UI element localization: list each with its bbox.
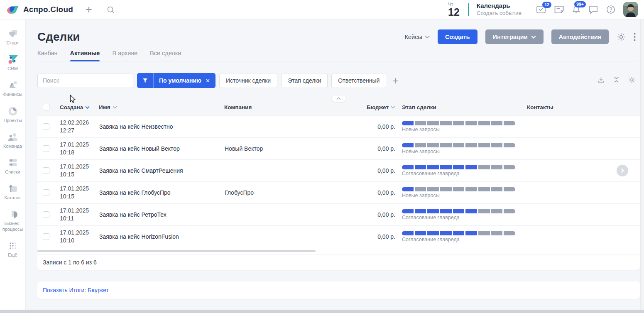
vertical-scrollbar-track[interactable]	[640, 20, 644, 310]
table-settings-gear-icon[interactable]	[628, 76, 636, 86]
column-header-budget[interactable]: Бюджет	[360, 104, 395, 110]
table-row[interactable]: 12.02.2026 12:27 Завяка на кейс Неизвест…	[37, 115, 640, 137]
collapse-rows-icon[interactable]	[613, 76, 620, 85]
stage-bar[interactable]	[402, 231, 515, 235]
stage-segment	[491, 165, 503, 169]
collapse-table-button[interactable]	[331, 95, 346, 102]
stage-label: Новые запросы	[402, 149, 440, 154]
stage-segment	[478, 143, 490, 147]
filter-funnel-icon[interactable]	[137, 73, 154, 88]
tab-kanban[interactable]: Канбан	[37, 50, 58, 61]
stage-bar[interactable]	[402, 187, 515, 191]
calendar-shortcut[interactable]: Календарь Создать событие	[477, 2, 522, 17]
horizontal-scrollbar-thumb[interactable]	[37, 250, 316, 252]
budget: 0,00 р.	[360, 233, 395, 240]
sidebar-item-label: Проекты	[3, 118, 22, 123]
search-icon[interactable]	[106, 5, 115, 14]
user-avatar[interactable]	[623, 2, 638, 17]
row-date: 12.02.2026	[60, 119, 89, 127]
stage-segment	[504, 231, 515, 235]
filter-chip-source[interactable]: Источник сделки	[219, 73, 277, 88]
integrations-button[interactable]: Интеграции	[485, 29, 544, 44]
deal-name[interactable]: Заявка на кейс Новый Вектор	[99, 145, 224, 152]
sidebar-item-team[interactable]: Команда	[0, 132, 25, 149]
quick-add-icon[interactable]: +	[86, 4, 92, 15]
company: Новый Вектор	[224, 145, 360, 152]
create-button[interactable]: Создать	[438, 29, 477, 44]
table-row[interactable]: 17.01.2025 10:15 Заявка на кейс СмартРеш…	[37, 159, 640, 181]
sidebar-item-start[interactable]: Старт	[0, 29, 25, 46]
scroll-right-button[interactable]	[617, 165, 628, 176]
sidebar-item-crm[interactable]: CRM	[0, 54, 25, 71]
stage-label: Новые запросы	[402, 127, 440, 132]
stage-segment	[478, 187, 490, 191]
company: ГлобусПро	[224, 189, 360, 196]
sidebar-item-finance[interactable]: Финансы	[0, 80, 25, 97]
clear-filter-icon[interactable]: ✕	[206, 78, 215, 84]
tab-archive[interactable]: В архиве	[112, 50, 137, 61]
case-selector-dropdown[interactable]: Кейсы	[405, 34, 430, 40]
today-date[interactable]: Чт 12	[448, 2, 460, 17]
column-label: Контакты	[527, 104, 553, 110]
table-row[interactable]: 17.01.2025 10:18 Заявка на кейс Новый Ве…	[37, 137, 640, 159]
stage-segment	[504, 143, 515, 147]
mail-icon[interactable]: 12	[536, 5, 546, 14]
help-icon[interactable]	[606, 5, 616, 15]
budget: 0,00 р.	[360, 211, 395, 218]
select-all-checkbox[interactable]	[43, 104, 49, 110]
stage-label: Согласование главреда	[402, 237, 460, 242]
stage-segment	[491, 143, 503, 147]
settings-gear-icon[interactable]	[617, 32, 626, 42]
add-filter-icon[interactable]: +	[392, 76, 399, 86]
table-row[interactable]: 17.01.2025 10:11 Заявка на кейс РетроТех…	[37, 203, 640, 225]
deal-name[interactable]: Заявка на кейс ГлобусПро	[99, 189, 224, 196]
chevron-down-icon	[531, 35, 536, 39]
show-totals-link[interactable]: Показать Итоги: Бюджет	[43, 287, 109, 293]
tab-all-deals[interactable]: Все сделки	[150, 50, 181, 61]
stage-bar[interactable]	[402, 121, 515, 125]
row-checkbox[interactable]	[43, 167, 49, 174]
column-header-company[interactable]: Компания	[224, 104, 360, 110]
app-logo[interactable]: Аспро.Cloud	[7, 4, 73, 15]
table-row[interactable]: 17.01.2025 10:15 Заявка на кейс ГлобусПр…	[37, 181, 640, 203]
sidebar-item-lists[interactable]: Списки	[0, 158, 25, 175]
deal-name[interactable]: Заявка на кейс СмартРешения	[99, 167, 224, 174]
budget: 0,00 р.	[360, 167, 395, 174]
column-header-contacts[interactable]: Контакты	[521, 104, 640, 110]
search-input[interactable]	[37, 73, 133, 88]
records-count: Записи с 1 по 6 из 6	[43, 259, 97, 266]
chat-icon[interactable]	[588, 5, 598, 14]
row-time: 10:10	[60, 237, 74, 245]
horizontal-scrollbar-track[interactable]	[0, 310, 644, 313]
column-header-stage[interactable]: Этап сделки	[395, 104, 521, 110]
notes-icon[interactable]	[554, 5, 564, 14]
sidebar-item-catalog[interactable]: Каталог	[0, 183, 25, 201]
row-time: 10:15	[60, 193, 74, 201]
row-checkbox[interactable]	[43, 211, 49, 218]
stage-bar[interactable]	[402, 143, 515, 147]
tab-active[interactable]: Активные	[70, 50, 100, 61]
stage-bar[interactable]	[402, 165, 515, 169]
notifications-bell-icon[interactable]: 99+	[572, 5, 581, 15]
column-header-created[interactable]: Создана	[56, 104, 99, 110]
sidebar-item-projects[interactable]: Проекты	[0, 106, 25, 123]
divider	[468, 3, 469, 16]
row-checkbox[interactable]	[43, 145, 49, 152]
row-checkbox[interactable]	[43, 189, 49, 196]
column-header-name[interactable]: Имя	[99, 104, 224, 110]
table-row[interactable]: 17.01.2025 10:10 Заявка на кейс HorizonF…	[37, 225, 640, 247]
stage-bar[interactable]	[402, 209, 515, 213]
sidebar-item-more[interactable]: Ещё	[0, 241, 25, 258]
row-checkbox[interactable]	[43, 123, 49, 130]
row-checkbox[interactable]	[43, 233, 49, 240]
more-options-kebab-icon[interactable]	[634, 33, 636, 41]
sidebar-item-business-processes[interactable]: Бизнес-процессы	[0, 209, 25, 232]
deal-name[interactable]: Завяка на кейс Неизвестно	[99, 123, 224, 130]
deal-name[interactable]: Заявка на кейс HorizonFusion	[99, 233, 224, 240]
active-filter-chip[interactable]: По умолчанию ✕	[137, 73, 215, 88]
autoactions-button[interactable]: Автодействия	[551, 29, 609, 44]
filter-chip-responsible[interactable]: Ответственный	[331, 73, 386, 88]
export-download-icon[interactable]	[597, 76, 605, 86]
deal-name[interactable]: Заявка на кейс РетроТех	[99, 211, 224, 218]
filter-chip-stage[interactable]: Этап сделки	[281, 73, 328, 88]
